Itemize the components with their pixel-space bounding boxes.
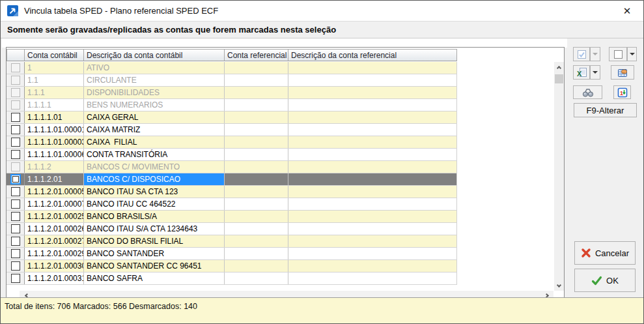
table-row[interactable]: 1.1.1.2.01.00027 BANCO DO BRASIL FILIAL [7, 235, 457, 248]
cell-descricao-conta-contabil[interactable]: ATIVO [84, 62, 225, 74]
table-row[interactable]: 1.1.1.1.01 CAIXA GERAL [7, 111, 457, 124]
cell-conta-contabil[interactable]: 1.1.1 [25, 87, 84, 98]
cell-descricao-conta-referencial[interactable] [288, 62, 457, 74]
cell-descricao-conta-contabil[interactable]: BANCO BRASILS/A [84, 211, 225, 222]
cell-descricao-conta-contabil[interactable]: BANCO ITAU S/A CTA 1234643 [84, 223, 225, 235]
cell-descricao-conta-contabil[interactable]: BANCO ITAU CC 464522 [84, 198, 225, 210]
cell-conta-referencial[interactable] [225, 223, 288, 235]
cell-conta-referencial[interactable] [225, 111, 288, 123]
cell-conta-contabil[interactable]: 1.1 [25, 74, 84, 86]
scroll-up-button[interactable] [554, 62, 564, 72]
cell-conta-referencial[interactable] [225, 211, 288, 222]
table-row[interactable]: 1.1.1.2.01.00007 BANCO ITAU CC 464522 [7, 198, 457, 211]
table-row[interactable]: 1.1.1.1 BENS NUMERARIOS [7, 99, 457, 111]
check-all-menu-button[interactable] [590, 47, 600, 61]
vertical-scrollbar[interactable] [554, 62, 564, 291]
row-checkbox[interactable] [11, 249, 20, 258]
column-header-conta-contabil[interactable]: Conta contábil [25, 49, 84, 61]
cell-conta-referencial[interactable] [225, 136, 288, 148]
cell-descricao-conta-referencial[interactable] [288, 235, 457, 247]
cell-conta-referencial[interactable] [225, 161, 288, 173]
table-row[interactable]: 1.1.1 DISPONIBILIDADES [7, 87, 457, 99]
close-button[interactable]: ✕ [619, 3, 636, 19]
column-header-descricao-conta-contabil[interactable]: Descrição da conta contábil [84, 49, 225, 61]
row-checkbox[interactable] [11, 187, 20, 196]
cell-descricao-conta-referencial[interactable] [288, 248, 457, 259]
export-menu-button[interactable] [590, 65, 600, 80]
cell-conta-contabil[interactable]: 1.1.1.1.01.00006 [25, 149, 84, 160]
cell-descricao-conta-referencial[interactable] [288, 272, 457, 284]
row-checkbox[interactable] [11, 113, 20, 122]
cell-descricao-conta-referencial[interactable] [288, 87, 457, 98]
cell-descricao-conta-referencial[interactable] [288, 186, 457, 198]
cell-conta-referencial[interactable] [225, 186, 288, 198]
cell-conta-referencial[interactable] [225, 248, 288, 259]
cell-descricao-conta-referencial[interactable] [288, 161, 457, 173]
cell-conta-contabil[interactable]: 1.1.1.2.01.00007 [25, 198, 84, 210]
cell-conta-contabil[interactable]: 1.1.1.1.01.00003 [25, 136, 84, 148]
cell-descricao-conta-referencial[interactable] [288, 198, 457, 210]
cell-conta-contabil[interactable]: 1.1.1.2.01.00026 [25, 223, 84, 235]
cell-conta-contabil[interactable]: 1.1.1.1.01.00001 [25, 124, 84, 136]
cell-descricao-conta-contabil[interactable]: CAIXA MATRIZ [84, 124, 225, 136]
table-row[interactable]: 1.1.1.1.01.00006 CONTA TRANSITÓRIA [7, 149, 457, 161]
uncheck-all-menu-button[interactable] [627, 47, 637, 61]
cell-conta-referencial[interactable] [225, 99, 288, 111]
cell-descricao-conta-contabil[interactable]: BANCOS C/ MOVIMENTO [84, 161, 225, 173]
cell-conta-referencial[interactable] [225, 173, 288, 185]
cell-descricao-conta-contabil[interactable]: BANCOS C/ DISPOSICAO [84, 173, 225, 185]
cell-descricao-conta-contabil[interactable]: DISPONIBILIDADES [84, 87, 225, 98]
cell-conta-contabil[interactable]: 1.1.1.2.01.00027 [25, 235, 84, 247]
check-all-button[interactable] [573, 47, 590, 61]
cell-descricao-conta-contabil[interactable]: BANCO ITAU SA CTA 123 [84, 186, 225, 198]
cell-conta-referencial[interactable] [225, 74, 288, 86]
cell-descricao-conta-contabil[interactable]: BANCO SANTANDER [84, 248, 225, 259]
cell-descricao-conta-contabil[interactable]: BANCO DO BRASIL FILIAL [84, 235, 225, 247]
cell-conta-contabil[interactable]: 1.1.1.2.01.00031 [25, 272, 84, 284]
cell-conta-referencial[interactable] [225, 260, 288, 272]
cell-conta-referencial[interactable] [225, 198, 288, 210]
cell-conta-contabil[interactable]: 1.1.1.2.01.00029 [25, 248, 84, 259]
table-row[interactable]: 1.1.1.2.01.00030 BANCO SANTANDER CC 9645… [7, 260, 457, 272]
cell-descricao-conta-contabil[interactable]: BANCO SAFRA [84, 272, 225, 284]
row-checkbox[interactable] [11, 212, 20, 221]
table-row[interactable]: 1.1.1.1.01.00003 CAIXA FILIAL [7, 136, 457, 149]
scroll-down-button[interactable] [554, 281, 564, 291]
row-checkbox[interactable] [11, 162, 20, 171]
cell-descricao-conta-contabil[interactable]: CAIXA GERAL [84, 111, 225, 123]
cell-conta-referencial[interactable] [225, 272, 288, 284]
column-header-descricao-conta-referencial[interactable]: Descrição da conta referencial [288, 49, 457, 61]
cell-conta-contabil[interactable]: 1.1.1.1.01 [25, 111, 84, 123]
cell-conta-contabil[interactable]: 1.1.1.1 [25, 99, 84, 111]
replicate-button[interactable] [611, 65, 634, 80]
cell-conta-contabil[interactable]: 1.1.1.2.01.00005 [25, 186, 84, 198]
row-checkbox[interactable] [11, 125, 20, 134]
order-button[interactable]: 1 [613, 85, 631, 99]
cell-descricao-conta-contabil[interactable]: CONTA TRANSITÓRIA [84, 149, 225, 160]
row-checkbox[interactable] [11, 224, 20, 233]
cell-descricao-conta-contabil[interactable]: CAIXA FILIAL [84, 136, 225, 148]
cell-descricao-conta-contabil[interactable]: BENS NUMERARIOS [84, 99, 225, 111]
table-row[interactable]: 1.1.1.2.01.00005 BANCO ITAU SA CTA 123 [7, 186, 457, 198]
cell-conta-contabil[interactable]: 1.1.1.2 [25, 161, 84, 173]
cell-conta-contabil[interactable]: 1.1.1.2.01 [25, 173, 84, 185]
row-checkbox[interactable] [11, 88, 20, 97]
row-checkbox[interactable] [11, 76, 20, 85]
row-checkbox[interactable] [11, 63, 20, 72]
table-row[interactable]: 1.1.1.1.01.00001 CAIXA MATRIZ [7, 124, 457, 136]
vertical-scroll-thumb[interactable] [555, 74, 563, 83]
cell-descricao-conta-referencial[interactable] [288, 223, 457, 235]
cell-conta-referencial[interactable] [225, 235, 288, 247]
row-checkbox[interactable] [11, 261, 20, 271]
row-checkbox[interactable] [11, 138, 20, 147]
cell-conta-contabil[interactable]: 1.1.1.2.01.00030 [25, 260, 84, 272]
table-row[interactable]: 1 ATIVO [7, 62, 457, 74]
table-row[interactable]: 1.1.1.2.01.00031 BANCO SAFRA [7, 272, 457, 285]
ok-button[interactable]: OK [574, 269, 636, 292]
table-row[interactable]: 1.1.1.2.01.00025 BANCO BRASILS/A [7, 211, 457, 223]
cell-descricao-conta-contabil[interactable]: BANCO SANTANDER CC 96451 [84, 260, 225, 272]
column-header-conta-referencial[interactable]: Conta referencial [225, 49, 288, 61]
cell-descricao-conta-referencial[interactable] [288, 99, 457, 111]
cell-descricao-conta-referencial[interactable] [288, 111, 457, 123]
export-excel-button[interactable]: X [573, 65, 590, 80]
